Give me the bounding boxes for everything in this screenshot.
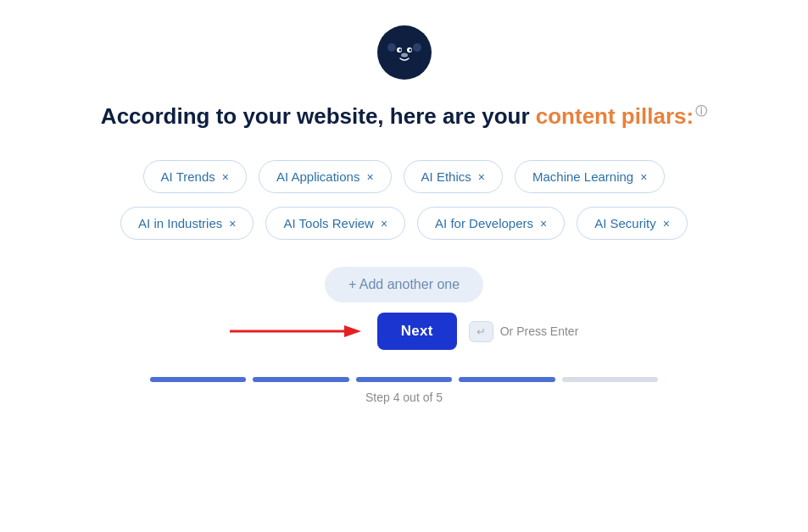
pills-container: AI Trends × AI Applications × AI Ethics …	[57, 160, 752, 240]
pill-ai-in-industries[interactable]: AI in Industries ×	[120, 207, 254, 240]
pill-label: AI Applications	[276, 169, 359, 184]
remove-ai-ethics[interactable]: ×	[478, 171, 485, 183]
pill-ai-applications[interactable]: AI Applications ×	[259, 160, 392, 193]
pill-machine-learning[interactable]: Machine Learning ×	[515, 160, 665, 193]
progress-bars	[150, 377, 659, 382]
progress-bar-2	[253, 377, 349, 382]
logo-container	[377, 25, 432, 80]
add-another-button[interactable]: + Add another one	[325, 267, 483, 302]
pill-ai-trends[interactable]: AI Trends ×	[143, 160, 247, 193]
pill-label: AI Ethics	[421, 169, 471, 184]
pill-ai-security[interactable]: AI Security ×	[577, 207, 688, 240]
svg-point-0	[387, 36, 421, 69]
remove-ai-applications[interactable]: ×	[366, 171, 373, 183]
enter-hint: ↵ Or Press Enter	[469, 321, 579, 342]
progress-section: Step 4 out of 5	[150, 377, 659, 404]
logo	[377, 25, 432, 80]
pill-label: AI for Developers	[435, 216, 533, 230]
pill-label: AI in Industries	[138, 216, 222, 230]
progress-bar-3	[356, 377, 453, 382]
heading-highlight: content pillars:	[536, 103, 694, 129]
remove-ai-for-developers[interactable]: ×	[540, 218, 547, 230]
next-button[interactable]: Next	[377, 313, 457, 350]
pills-row-1: AI Trends × AI Applications × AI Ethics …	[143, 160, 666, 193]
actions-row: Next ↵ Or Press Enter	[230, 313, 579, 350]
info-icon[interactable]: ⓘ	[695, 104, 707, 118]
red-arrow	[230, 319, 365, 343]
pills-row-2: AI in Industries × AI Tools Review × AI …	[120, 207, 688, 240]
progress-bar-1	[150, 377, 247, 382]
remove-machine-learning[interactable]: ×	[640, 171, 647, 183]
remove-ai-trends[interactable]: ×	[222, 171, 229, 183]
svg-point-4	[409, 49, 411, 52]
svg-point-7	[413, 43, 421, 52]
pill-label: Machine Learning	[532, 169, 633, 184]
heading-prefix: According to your website, here are your	[101, 103, 536, 129]
svg-point-5	[401, 53, 408, 58]
pill-ai-for-developers[interactable]: AI for Developers ×	[417, 207, 565, 240]
enter-hint-label: Or Press Enter	[500, 324, 579, 338]
enter-key-icon: ↵	[469, 321, 493, 342]
svg-point-3	[398, 49, 401, 52]
pill-label: AI Security	[594, 216, 656, 230]
remove-ai-security[interactable]: ×	[663, 218, 670, 230]
svg-point-6	[387, 43, 396, 52]
progress-bar-5	[562, 377, 659, 382]
pill-ai-ethics[interactable]: AI Ethics ×	[404, 160, 503, 193]
step-label: Step 4 out of 5	[365, 391, 443, 404]
main-heading: According to your website, here are your…	[101, 103, 707, 130]
progress-bar-4	[459, 377, 555, 382]
remove-ai-in-industries[interactable]: ×	[229, 218, 236, 230]
svg-marker-9	[344, 325, 361, 337]
pill-ai-tools-review[interactable]: AI Tools Review ×	[265, 207, 405, 240]
pill-label: AI Trends	[161, 169, 215, 184]
remove-ai-tools-review[interactable]: ×	[381, 218, 387, 230]
pill-label: AI Tools Review	[283, 216, 373, 230]
